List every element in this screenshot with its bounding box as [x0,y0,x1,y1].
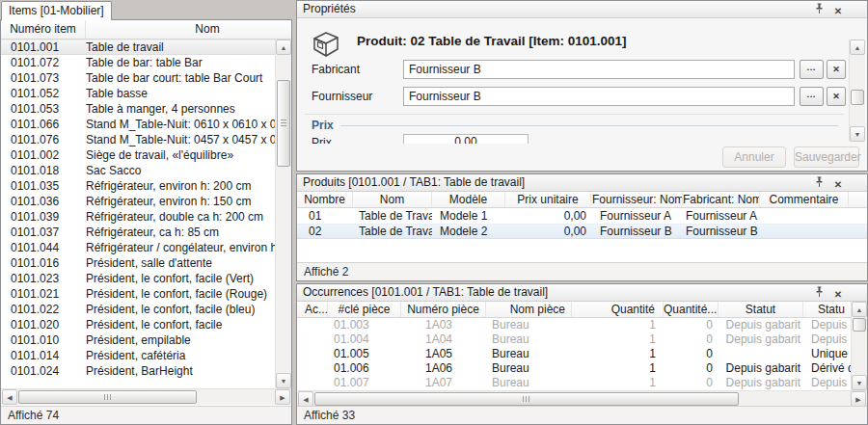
products-column-header[interactable]: Nombre [297,192,353,207]
scroll-right-icon[interactable]: ▶ [851,391,866,407]
occurrence-row[interactable]: 01.0061A06Bureau10Depuis gabaritDérivé d [297,361,851,376]
prix-field[interactable]: 0.00 [403,134,529,144]
product-cell: Table de Travail [353,208,432,224]
item-row[interactable]: 0101.002Siège de travail, «l'équilibre» [1,147,275,163]
pin-icon[interactable] [812,286,827,300]
scroll-right-icon[interactable]: ▶ [275,389,290,405]
item-row[interactable]: 0101.022Président, le confort, facile (b… [1,302,275,317]
properties-titlebar: Propriétés [297,1,867,18]
scroll-left-icon[interactable]: ◀ [298,391,313,407]
products-column-header[interactable]: Modèle [432,192,505,207]
occurrences-column-header[interactable]: Numéro pièce [401,302,486,317]
scroll-up-icon[interactable]: ▲ [850,40,865,55]
item-number: 0101.035 [11,178,80,194]
item-row[interactable]: 0101.001Table de travail [1,40,275,55]
item-name: Table à manger, 4 personnes [86,101,275,117]
tab-items[interactable]: Items [01-Mobilier] [1,1,112,20]
occurrence-row[interactable]: 01.0071A07Bureau10Depuis gabaritDepuis [297,376,851,390]
item-row[interactable]: 0101.036Réfrigérateur, environ h: 150 cm [1,194,275,209]
occurrence-cell: 01.003 [328,318,401,332]
occurrences-column-header[interactable]: Nom pièce [486,302,572,317]
fournisseur-field[interactable]: Fournisseur B [403,87,795,106]
scroll-up-icon[interactable]: ▲ [852,302,867,317]
occurrences-column-header[interactable]: Statu [803,302,853,317]
items-table-header: Numéro item Nom [1,20,291,40]
occurrence-cell: Depuis [803,376,851,390]
occurrences-hscroll-thumb[interactable] [314,392,739,406]
column-header-nom[interactable]: Nom [86,20,329,39]
item-row[interactable]: 0101.039Réfrigérateur, double ca h: 200 … [1,209,275,225]
item-name: Sac Sacco [86,163,275,178]
pin-icon[interactable] [812,3,827,16]
pin-icon[interactable] [812,176,827,190]
occurrences-column-header[interactable]: Quantité... [664,302,719,317]
item-number: 0101.053 [11,101,80,117]
item-row[interactable]: 0101.052Table basse [1,86,275,101]
close-icon[interactable]: ✕ [830,5,846,18]
items-hscroll-thumb[interactable] [18,390,197,404]
item-row[interactable]: 0101.014Président, cafétéria [1,348,275,363]
close-icon[interactable]: ✕ [830,178,846,192]
fabricant-browse-button[interactable]: ••• [800,60,824,79]
scroll-down-icon[interactable]: ▼ [852,375,867,390]
item-name: Siège de travail, «l'équilibre» [86,147,275,163]
occurrences-column-header[interactable]: #clé pièce [328,302,401,317]
occurrence-row[interactable]: 01.0041A04Bureau10Depuis gabaritDepuis [297,332,851,347]
item-row[interactable]: 0101.010Président, empilable [1,332,275,348]
occurrences-column-header[interactable]: Statut [719,302,803,317]
item-row[interactable]: 0101.053Table à manger, 4 personnes [1,101,275,117]
close-icon[interactable]: ✕ [830,288,846,302]
item-row[interactable]: 0101.076Stand M_Table-Nuit: 0457 x 0457 … [1,132,275,147]
item-row[interactable]: 0101.066Stand M_Table-Nuit: 0610 x 0610 … [1,117,275,132]
scroll-left-icon[interactable]: ◀ [2,389,17,405]
occurrences-column-header[interactable]: Ac... [297,302,328,317]
products-column-header[interactable]: Fabricant: Nom [683,192,760,207]
scroll-down-icon[interactable]: ▼ [850,126,865,142]
item-row[interactable]: 0101.024Président, BarHeight [1,363,275,379]
products-column-header[interactable]: Nom [353,192,432,207]
products-column-header[interactable]: Prix unitaire [505,192,591,207]
items-horizontal-scrollbar[interactable]: ◀ ▶ [1,388,291,405]
column-header-numero-item[interactable]: Numéro item [1,20,86,39]
scroll-down-icon[interactable]: ▼ [276,373,291,388]
occurrence-cell: Depuis gabarit [719,376,803,390]
items-vertical-scrollbar[interactable]: ▲ ▼ [275,40,291,388]
occurrence-cell: Depuis gabarit [719,361,803,376]
fournisseur-label: Fournisseur [312,87,398,106]
products-table-header: NombreNomModèlePrix unitaireFournisseur:… [297,192,867,208]
item-row[interactable]: 0101.035Réfrigérateur, environ h: 200 cm [1,178,275,194]
item-row[interactable]: 0101.044Réfrigérateur / congélateur, env… [1,240,275,255]
item-row[interactable]: 0101.020Président, le confort, facile [1,317,275,332]
occurrence-row[interactable]: 01.0051A05Bureau10Unique [297,347,851,361]
fabricant-field[interactable]: Fournisseur B [403,60,795,79]
products-column-header[interactable]: Fournisseur: Nom [592,192,683,207]
product-row[interactable]: 02Table de TravailModele 20,00Fournisseu… [297,224,867,239]
product-cell: 0,00 [505,225,591,238]
properties-vertical-scrollbar[interactable]: ▲ ▼ [849,40,865,142]
fabricant-clear-button[interactable]: ✕ [827,60,846,79]
items-vscroll-thumb[interactable] [277,80,290,167]
item-row[interactable]: 0101.072Table de bar: table Bar [1,55,275,70]
item-row[interactable]: 0101.023Président, le confort, facile (V… [1,271,275,286]
item-name: Réfrigérateur, environ h: 200 cm [86,178,275,194]
item-row[interactable]: 0101.021Président, le confort, facile (R… [1,286,275,302]
occurrences-horizontal-scrollbar[interactable]: ◀ ▶ [297,390,867,407]
occurrence-cell: 0 [664,347,719,361]
products-column-header[interactable]: Commentaire [760,192,849,207]
item-row[interactable]: 0101.073Table de bar court: table Bar Co… [1,70,275,86]
occurrence-row[interactable]: 01.0031A03Bureau10Depuis gabaritDepuis [297,318,851,332]
item-number: 0101.073 [11,70,80,86]
properties-vscroll-thumb[interactable] [851,90,864,105]
occurrences-vscroll-thumb[interactable] [853,318,866,332]
item-row[interactable]: 0101.016Président, salle d'attente [1,255,275,271]
item-row[interactable]: 0101.018Sac Sacco [1,163,275,178]
save-button[interactable]: Sauvegarder [794,146,859,168]
occurrences-vertical-scrollbar[interactable]: ▲ ▼ [851,302,867,390]
fournisseur-browse-button[interactable]: ••• [800,87,824,106]
scroll-up-icon[interactable]: ▲ [276,40,291,55]
occurrences-column-header[interactable]: Quantité [572,302,664,317]
product-row[interactable]: 01Table de TravailModele 10,00Fournisseu… [297,208,867,224]
cancel-button[interactable]: Annuler [722,146,786,168]
item-row[interactable]: 0101.037Réfrigérateur, ca h: 85 cm [1,225,275,240]
fournisseur-clear-button[interactable]: ✕ [827,87,846,106]
